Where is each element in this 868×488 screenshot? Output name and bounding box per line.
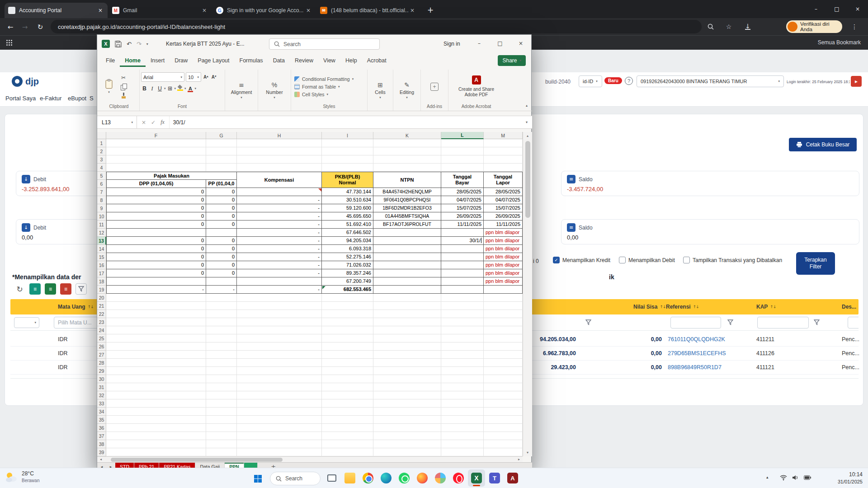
fill-color-icon[interactable] — [177, 85, 184, 92]
excel-title-bar[interactable]: X ↶ ↷ ▾ Kertas Kerja BTT 2025 Ayu - E...… — [97, 35, 531, 53]
cell-M15[interactable]: ppn blm dilapor — [484, 253, 523, 261]
column-header[interactable]: KAP↑↓ — [756, 299, 776, 314]
cell-G17[interactable]: 0 — [206, 269, 237, 277]
row-header-33[interactable]: 33 — [97, 399, 106, 408]
cell-M13[interactable]: ppn blm dilapor — [484, 237, 523, 245]
cell-G10[interactable]: 0 — [206, 212, 237, 221]
cell-M5[interactable]: TanggalLapor — [484, 172, 523, 188]
decrease-font-icon[interactable]: A▾ — [211, 75, 217, 80]
row-header-18[interactable]: 18 — [97, 277, 106, 286]
cell-K5[interactable]: NTPN — [373, 172, 441, 188]
alignment-button[interactable]: ≡ Alignment ▾ — [226, 70, 256, 111]
font-size-select[interactable]: 10 ▾ — [186, 72, 201, 82]
column-header-K[interactable]: K — [373, 132, 441, 139]
underline-button[interactable]: U — [156, 85, 163, 92]
grid-corner[interactable] — [97, 132, 106, 139]
browser-close-button[interactable]: × — [847, 0, 868, 18]
row-header-27[interactable]: 27 — [97, 351, 106, 359]
taskbar-icon-whatsapp[interactable] — [396, 469, 413, 487]
cell-F8[interactable]: 0 — [106, 196, 206, 204]
row-header-8[interactable]: 8 — [97, 196, 106, 204]
tab-close-icon[interactable]: × — [305, 7, 312, 14]
taskbar-icon-file-explorer[interactable] — [341, 469, 359, 487]
export-csv-icon[interactable]: ≡ — [29, 283, 41, 295]
row-header-1[interactable]: 1 — [97, 139, 106, 147]
cell-L9[interactable]: 15/07/2025 — [441, 204, 484, 212]
column-header-F[interactable]: F — [106, 132, 206, 139]
cell-K10[interactable]: 01A445BMFTSIQHA — [373, 212, 441, 221]
ribbon-tab-help[interactable]: Help — [340, 54, 362, 67]
column-header[interactable]: Nilai Sisa↑↓ — [633, 299, 665, 314]
cell-K16[interactable] — [373, 261, 441, 269]
back-icon[interactable]: ← — [5, 21, 16, 33]
cell-H7[interactable] — [237, 188, 322, 196]
rows-select[interactable]: ▾ — [14, 317, 39, 328]
filter-icon[interactable] — [75, 283, 87, 295]
sort-icon[interactable]: ↑↓ — [660, 305, 665, 309]
nilai-filter-icon[interactable] — [585, 319, 592, 326]
cetak-buku-besar-button[interactable]: Cetak Buku Besar — [789, 138, 857, 151]
cell-F18[interactable] — [106, 277, 206, 286]
cell-G14[interactable]: 0 — [206, 245, 237, 253]
collapse-ribbon-icon[interactable]: ▴ — [526, 103, 528, 108]
checkbox-3[interactable]: Tampilkan Transaksi yang Dibatalkan — [683, 257, 782, 263]
number-button[interactable]: % Number ▾ — [259, 70, 289, 111]
cell-G8[interactable]: 0 — [206, 196, 237, 204]
tray-chevron-icon[interactable]: ▴ — [766, 475, 769, 479]
row-header-28[interactable]: 28 — [97, 359, 106, 367]
row-header-11[interactable]: 11 — [97, 221, 106, 229]
account-select[interactable]: 0919262642043000 BINTANG TERANG TIMUR ▾ — [637, 75, 784, 87]
weather-widget[interactable]: 28°C Berawan — [5, 470, 39, 484]
taskbar-clock[interactable]: 10:14 31/01/2025 — [838, 471, 863, 485]
cell-L10[interactable]: 26/09/2025 — [441, 212, 484, 221]
address-bar[interactable]: coretaxdjp.pajak.go.id/accounting-portal… — [51, 20, 702, 33]
cell-K7[interactable]: B4A4574H2HENQLMP — [373, 188, 441, 196]
editing-button[interactable]: ✎ Editing ▾ — [395, 70, 419, 111]
cell-I16[interactable]: 71.026.032 — [322, 261, 373, 269]
nav-item-4[interactable]: S — [90, 95, 94, 102]
row-header-9[interactable]: 9 — [97, 204, 106, 212]
row-header-13[interactable]: 13 — [97, 237, 106, 245]
reload-icon[interactable]: ↻ — [34, 21, 46, 33]
cell-F16[interactable]: 0 — [106, 261, 206, 269]
cell-K18[interactable] — [373, 277, 441, 286]
des-filter-input[interactable] — [848, 317, 859, 328]
cell-K17[interactable] — [373, 269, 441, 277]
cell-F9[interactable]: 0 — [106, 204, 206, 212]
row-header-32[interactable]: 32 — [97, 391, 106, 399]
referensi-link[interactable]: 279D65BMS1ECEFHS — [668, 350, 726, 357]
cells-button[interactable]: ⊞ Cells ▾ — [369, 70, 392, 111]
row-header-6[interactable]: 6 — [97, 180, 106, 188]
row-header-29[interactable]: 29 — [97, 367, 106, 375]
cell-M10[interactable]: 26/09/2025 — [484, 212, 523, 221]
cell-F10[interactable]: 0 — [106, 212, 206, 221]
row-header-15[interactable]: 15 — [97, 253, 106, 261]
referensi-filter-input[interactable] — [670, 317, 721, 328]
name-box[interactable]: L13 ▾ — [97, 116, 137, 128]
sort-icon[interactable]: ↑↓ — [693, 305, 699, 309]
cell-I19[interactable]: 682.553.465 — [322, 286, 373, 294]
cell-M11[interactable]: 11/11/2025 — [484, 221, 523, 229]
ribbon-tab-page-layout[interactable]: Page Layout — [193, 54, 234, 67]
taskbar-icon-chrome[interactable] — [359, 469, 377, 487]
row-header-25[interactable]: 25 — [97, 334, 106, 343]
cut-icon[interactable]: ✂ — [120, 75, 127, 81]
forward-icon[interactable]: → — [19, 21, 31, 33]
create-adobe-pdf-button[interactable]: Create and Share Adobe PDF — [450, 70, 503, 103]
cell-L19[interactable] — [441, 286, 484, 294]
cell-I10[interactable]: 45.695.650 — [322, 212, 373, 221]
cell-G18[interactable] — [206, 277, 237, 286]
cell-H8[interactable]: - — [237, 196, 322, 204]
cell-L5[interactable]: TanggalBayar — [441, 172, 484, 188]
logout-icon[interactable]: ▸ — [851, 76, 862, 87]
ribbon-tab-file[interactable]: File — [101, 54, 120, 67]
scroll-down-icon[interactable]: ▾ — [523, 450, 532, 455]
cell-I13[interactable]: 94.205.034 — [322, 237, 373, 245]
cell-M18[interactable]: ppn blm dilapor — [484, 277, 523, 286]
cell-I7[interactable]: 47.730.144 — [322, 188, 373, 196]
row-header-16[interactable]: 16 — [97, 261, 106, 269]
row-header-2[interactable]: 2 — [97, 147, 106, 155]
column-header-I[interactable]: I — [322, 132, 373, 139]
checkbox-box[interactable] — [619, 257, 626, 263]
column-header-M[interactable]: M — [484, 132, 523, 139]
